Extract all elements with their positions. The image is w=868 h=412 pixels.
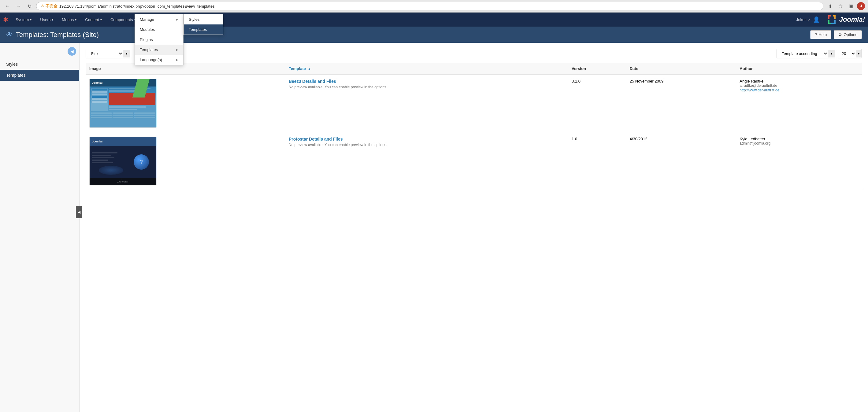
templates-table: Image Template ▲ Version Date Author — [86, 63, 862, 190]
proto-text-line — [92, 157, 114, 158]
proto-right: ? — [126, 146, 156, 178]
forward-button[interactable]: → — [14, 2, 23, 10]
nav-user[interactable]: Joker ↗ — [796, 18, 810, 22]
window-button[interactable]: ▣ — [846, 2, 855, 10]
browser-actions: ⬆ ☆ ▣ J — [826, 2, 865, 10]
toolbar-row: Site Administrator ▾ Template ascending … — [86, 49, 862, 58]
protostar-thumbnail: Joomla! — [89, 137, 157, 185]
eye-icon: 👁 — [6, 31, 13, 39]
table-row: Joomla! — [86, 74, 862, 132]
url-text: 192.168.71.134/joomla/administrator/inde… — [59, 4, 215, 8]
beez3-bottom — [91, 112, 155, 119]
cell-template-protostar: Protostar Details and Files No preview a… — [285, 132, 568, 190]
templates-submenu: Styles Templates — [184, 14, 223, 35]
cell-author-beez3: Angie Radtke a.radtke@derauftritt.de htt… — [736, 74, 862, 132]
proto-text-line — [92, 152, 118, 153]
sidebar-toggle-button[interactable]: ◀ — [68, 47, 76, 56]
beez3-bottom-col — [134, 112, 155, 119]
cell-author-protostar: Kyle Ledbetter admin@joomla.org — [736, 132, 862, 190]
template-sort-link[interactable]: Template ▲ — [289, 66, 564, 71]
count-arrow-icon: ▾ — [856, 50, 862, 58]
proto-header: Joomla! — [90, 137, 156, 146]
dropdown-item-languages[interactable]: Language(s) ▶ — [135, 55, 183, 65]
chevron-down-icon: ▾ — [75, 18, 76, 22]
beez3-author-name: Angie Radtke — [740, 79, 858, 83]
help-button[interactable]: ? Help — [810, 30, 831, 39]
dropdown-item-templates[interactable]: Templates ▶ — [135, 45, 183, 55]
nav-users[interactable]: Users ▾ — [36, 15, 57, 24]
main-layout: ◀ Styles Templates Site Administrator ▾ … — [0, 43, 868, 412]
proto-footer: protostar — [90, 178, 156, 185]
submenu-item-styles[interactable]: Styles — [184, 14, 223, 25]
col-template[interactable]: Template ▲ — [285, 63, 568, 74]
dropdown-item-plugins[interactable]: Plugins — [135, 35, 183, 45]
nav-menus[interactable]: Menus ▾ — [58, 15, 80, 24]
page-header-actions: ? Help ⚙ Options — [810, 30, 862, 39]
protostar-template-link[interactable]: Protostar Details and Files — [289, 137, 343, 141]
beez3-bottom-col — [113, 112, 133, 119]
beez3-bottom-item — [113, 117, 133, 118]
dropdown-item-modules[interactable]: Modules — [135, 25, 183, 35]
col-version: Version — [568, 63, 626, 74]
sort-select-wrapper[interactable]: Template ascending Template descending ▾ — [777, 49, 835, 58]
reload-button[interactable]: ↻ — [25, 2, 34, 10]
sidebar-item-styles[interactable]: Styles — [0, 59, 79, 70]
count-wrapper[interactable]: 5 10 15 20 25 50 100 All ▾ — [838, 49, 862, 58]
proto-content: ? — [90, 146, 156, 178]
sidebar-item-templates[interactable]: Templates — [0, 70, 79, 81]
beez3-sidebar-col — [91, 88, 108, 111]
beez3-bottom-item — [134, 112, 155, 114]
back-button[interactable]: ← — [3, 2, 11, 10]
external-link-icon: ↗ — [807, 18, 810, 22]
beez3-main-col — [109, 88, 155, 111]
table-header: Image Template ▲ Version Date Author — [86, 63, 862, 74]
beez3-sidebar-item — [92, 94, 107, 95]
sort-asc-icon: ▲ — [308, 67, 311, 71]
page-header-bar: 👁 Templates: Templates (Site) ? Help ⚙ O… — [0, 27, 868, 43]
dropdown-item-manage[interactable]: Manage ▶ — [135, 14, 183, 25]
beez3-logo-text: Joomla! — [92, 81, 103, 84]
proto-question-mark: ? — [140, 159, 143, 165]
address-bar[interactable]: ⚠ 不安全 192.168.71.134/joomla/administrato… — [36, 2, 823, 10]
protostar-template-desc: No preview available. You can enable pre… — [289, 143, 564, 147]
site-filter[interactable]: Site Administrator ▾ — [86, 49, 130, 58]
site-filter-select[interactable]: Site Administrator — [86, 49, 123, 58]
protostar-thumb-graphic: Joomla! — [90, 137, 156, 185]
bookmark-button[interactable]: ☆ — [836, 2, 845, 10]
beez3-thumb-graphic: Joomla! — [90, 79, 156, 128]
options-button[interactable]: ⚙ Options — [834, 30, 862, 39]
beez3-text-line — [109, 109, 137, 110]
beez3-image-block — [109, 93, 155, 105]
user-avatar[interactable]: J — [857, 2, 865, 10]
beez3-bottom-item — [91, 117, 112, 118]
count-select[interactable]: 5 10 15 20 25 50 100 All — [838, 49, 856, 58]
beez3-author-email: a.radtke@derauftritt.de — [740, 83, 858, 88]
user-profile-icon[interactable]: 👤 — [813, 16, 820, 23]
sidebar-toggle: ◀ — [0, 46, 79, 59]
cell-date-beez3: 25 November 2009 — [626, 74, 736, 132]
sort-wrapper: Template ascending Template descending ▾… — [777, 49, 862, 58]
beez3-text-line — [109, 106, 146, 108]
chevron-down-icon: ▾ — [30, 18, 31, 22]
share-button[interactable]: ⬆ — [826, 2, 834, 10]
proto-logo-text: Joomla! — [92, 140, 103, 143]
beez3-template-link[interactable]: Beez3 Details and Files — [289, 79, 336, 84]
sort-select[interactable]: Template ascending Template descending — [777, 49, 828, 58]
protostar-author-name: Kyle Ledbetter — [740, 137, 858, 141]
cell-image-protostar: Joomla! — [86, 132, 285, 190]
nav-system[interactable]: System ▾ — [12, 15, 35, 24]
col-date: Date — [626, 63, 736, 74]
help-icon: ? — [815, 32, 817, 37]
beez3-bottom-item — [113, 112, 133, 114]
cell-version-beez3: 3.1.0 — [568, 74, 626, 132]
beez3-template-desc: No preview available. You can enable pre… — [289, 85, 564, 89]
protostar-author-email: admin@joomla.org — [740, 141, 858, 145]
submenu-item-templates[interactable]: Templates — [184, 25, 223, 35]
proto-text-line — [92, 160, 108, 161]
beez3-sidebar-item — [92, 96, 107, 98]
beez3-author-url-link[interactable]: http://www.der-auftritt.de — [740, 88, 779, 92]
beez3-sidebar-item — [92, 98, 107, 100]
sidebar-collapse-handle[interactable]: ◀ — [76, 206, 82, 218]
nav-content[interactable]: Content ▾ — [81, 15, 105, 24]
col-author: Author — [736, 63, 862, 74]
